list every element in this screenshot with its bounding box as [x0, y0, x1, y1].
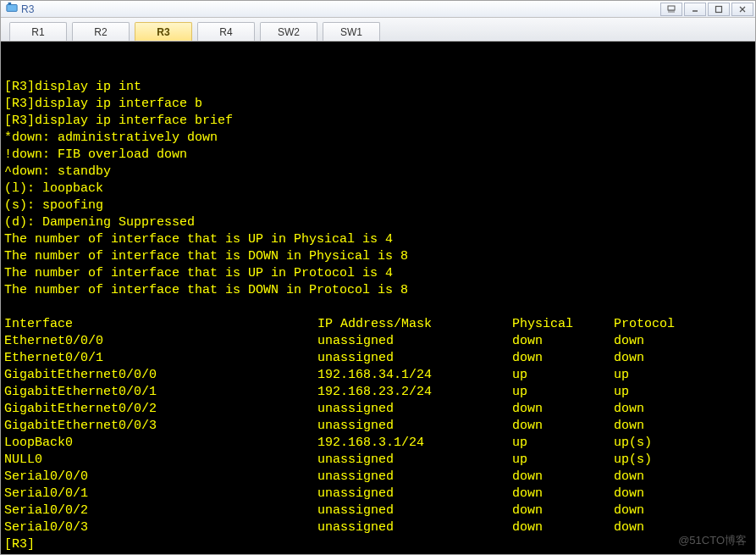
table-row-col3: up [512, 384, 614, 401]
terminal-line: (s): spoofing [4, 197, 752, 214]
app-icon [6, 2, 18, 16]
svg-rect-2 [668, 6, 675, 10]
table-row-col2: unassigned [317, 486, 512, 502]
table-row-col3: down [512, 333, 614, 350]
terminal-line: (d): Dampening Suppressed [4, 214, 752, 231]
table-row-col1: LoopBack0 [4, 435, 317, 452]
terminal-line: [R3]display ip interface brief [4, 113, 752, 130]
window-title: R3 [21, 3, 34, 15]
table-row-col4: down [614, 469, 752, 486]
terminal-output[interactable]: [R3]display ip int[R3]display ip interfa… [1, 42, 755, 554]
table-row-col4: down [614, 350, 752, 367]
table-row: Serial0/0/1unassigneddowndown [4, 486, 752, 502]
table-row-col4: up [614, 384, 752, 401]
table-row-col1: Ethernet0/0/1 [4, 350, 317, 367]
terminal-line: !down: FIB overload down [4, 147, 752, 164]
table-row-col3: down [512, 502, 614, 519]
terminal-line: The number of interface that is DOWN in … [4, 248, 752, 265]
table-row: Serial0/0/2unassigneddowndown [4, 502, 752, 519]
tab-sw1[interactable]: SW1 [323, 22, 380, 41]
table-row-col4: down [614, 486, 752, 502]
terminal-line: ^down: standby [4, 164, 752, 180]
terminal-prompt: [R3] [4, 536, 752, 553]
table-row-col3: up [512, 435, 614, 452]
table-row-col2: unassigned [317, 401, 512, 418]
table-row-col1: GigabitEthernet0/0/2 [4, 401, 317, 418]
watermark: @51CTO博客 [678, 532, 747, 549]
terminal-line: *down: administratively down [4, 130, 752, 147]
table-row-col4: up(s) [614, 435, 752, 452]
svg-rect-1 [8, 3, 12, 5]
table-row: GigabitEthernet0/0/0192.168.34.1/24upup [4, 367, 752, 384]
table-header-col3: Physical [512, 316, 614, 333]
close-button[interactable] [731, 3, 753, 16]
table-row-col4: up [614, 367, 752, 384]
table-row-col2: unassigned [317, 519, 512, 536]
terminal-line [4, 299, 752, 316]
table-row-col2: unassigned [317, 469, 512, 486]
table-row: GigabitEthernet0/0/1192.168.23.2/24upup [4, 384, 752, 401]
terminal-line: The number of interface that is UP in Ph… [4, 231, 752, 248]
table-row-col3: up [512, 367, 614, 384]
table-row-col1: Ethernet0/0/0 [4, 333, 317, 350]
table-row-col4: down [614, 502, 752, 519]
table-header-col2: IP Address/Mask [317, 316, 512, 333]
table-header-col1: Interface [4, 316, 317, 333]
tab-r4[interactable]: R4 [197, 22, 255, 41]
table-row: Ethernet0/0/1unassigneddowndown [4, 350, 752, 367]
maximize-button[interactable] [708, 3, 730, 16]
minimize-button[interactable] [684, 3, 706, 16]
table-row-col3: down [512, 469, 614, 486]
table-row: Serial0/0/0unassigneddowndown [4, 469, 752, 486]
terminal-line: The number of interface that is UP in Pr… [4, 265, 752, 282]
table-row-col2: 192.168.3.1/24 [317, 435, 512, 452]
table-row-col1: Serial0/0/3 [4, 519, 317, 536]
table-row-col3: down [512, 486, 614, 502]
tab-r1[interactable]: R1 [9, 22, 67, 41]
table-row: NULL0unassignedupup(s) [4, 452, 752, 469]
tab-sw2[interactable]: SW2 [260, 22, 317, 41]
svg-rect-0 [7, 5, 17, 12]
table-header: InterfaceIP Address/MaskPhysicalProtocol [4, 316, 752, 333]
table-row-col4: down [614, 333, 752, 350]
tab-bar: R1R2R3R4SW2SW1 [1, 18, 755, 42]
table-row-col4: up(s) [614, 452, 752, 469]
table-row-col4: down [614, 418, 752, 435]
table-row-col2: unassigned [317, 333, 512, 350]
table-row-col1: Serial0/0/1 [4, 486, 317, 502]
table-row-col1: Serial0/0/2 [4, 502, 317, 519]
terminal-line: [R3]display ip int [4, 79, 752, 96]
svg-rect-5 [716, 6, 722, 12]
table-row-col3: down [512, 519, 614, 536]
table-row: GigabitEthernet0/0/3unassigneddowndown [4, 418, 752, 435]
table-row-col1: NULL0 [4, 452, 317, 469]
table-row-col2: unassigned [317, 452, 512, 469]
table-row: LoopBack0192.168.3.1/24upup(s) [4, 435, 752, 452]
table-row: Ethernet0/0/0unassigneddowndown [4, 333, 752, 350]
table-row-col2: unassigned [317, 502, 512, 519]
terminal-line: The number of interface that is DOWN in … [4, 282, 752, 299]
window-controls [659, 3, 753, 16]
table-row-col3: up [512, 452, 614, 469]
table-row-col1: GigabitEthernet0/0/0 [4, 367, 317, 384]
table-row-col2: unassigned [317, 418, 512, 435]
table-row: GigabitEthernet0/0/2unassigneddowndown [4, 401, 752, 418]
table-row-col1: Serial0/0/0 [4, 469, 317, 486]
terminal-line: (l): loopback [4, 180, 752, 197]
table-row-col4: down [614, 401, 752, 418]
table-row-col1: GigabitEthernet0/0/3 [4, 418, 317, 435]
svg-rect-3 [668, 10, 675, 13]
table-row-col2: 192.168.23.2/24 [317, 384, 512, 401]
table-row-col2: 192.168.34.1/24 [317, 367, 512, 384]
table-row-col3: down [512, 350, 614, 367]
tab-r2[interactable]: R2 [72, 22, 130, 41]
table-row-col1: GigabitEthernet0/0/1 [4, 384, 317, 401]
table-row-col3: down [512, 418, 614, 435]
terminal-line: [R3]display ip interface b [4, 96, 752, 113]
table-header-col4: Protocol [614, 316, 752, 333]
table-row-col2: unassigned [317, 350, 512, 367]
table-row-col3: down [512, 401, 614, 418]
options-button[interactable] [660, 3, 682, 16]
tab-r3[interactable]: R3 [135, 22, 192, 41]
window-titlebar: R3 [1, 1, 755, 18]
